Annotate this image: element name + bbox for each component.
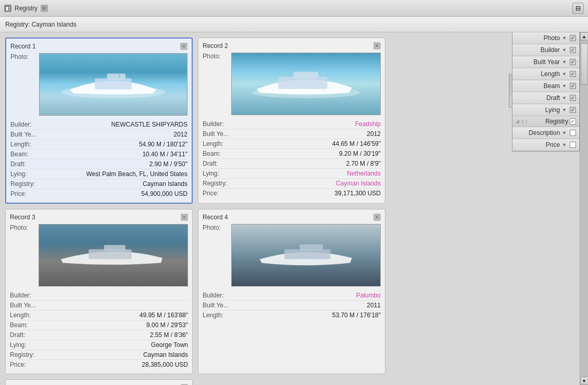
record-3-lying-label: Lying: [10,341,46,349]
record-1-photo-label: Photo: [10,53,39,60]
col-lying-check[interactable]: ✓ [570,107,576,113]
title-bar: ◧ Registry ✕ ⊟ [0,0,588,17]
record-1-builtyear-row: Built Ye... 2012 [10,130,187,140]
col-photo-arrow: ▼ [562,35,567,41]
col-builtyear-check[interactable]: ✓ [570,59,576,65]
record-card-1[interactable]: Record 1 ✕ Photo: Builder: NEWCASTL [5,38,193,204]
col-item-draft[interactable]: Draft ▼ ✓ [512,92,579,104]
record-3-photo-row: Photo: [10,224,188,287]
svg-rect-1 [95,78,132,89]
filter-icon: ⊿ [516,119,520,124]
record-2-price-value: 39,171,300 USD [334,190,381,197]
col-filter-check[interactable] [570,118,576,125]
svg-rect-8 [104,245,126,251]
record-3-builtyear-row: Built Ye... [10,301,188,311]
record-1-lying-label: Lying: [10,170,47,178]
col-builder-check[interactable]: ✓ [570,47,576,53]
col-item-lying[interactable]: Lying ▼ ✓ [512,104,579,116]
record-1-photo [39,53,187,116]
vertical-scrollbar[interactable]: ▲ ▼ [580,32,588,385]
title-bar-close-button[interactable]: ✕ [41,5,48,12]
scroll-track[interactable] [580,41,588,377]
title-bar-label: Registry [15,5,37,12]
record-1-close[interactable]: ✕ [180,43,187,50]
record-1-length-value: 54.90 M / 180'12" [139,141,187,148]
col-item-beam[interactable]: Beam ▼ ✓ [512,80,579,92]
col-item-builtyear[interactable]: Built Year ▼ ✓ [512,56,579,68]
col-filter-label: Registry [529,118,568,125]
col-item-photo[interactable]: Photo ▼ ✓ [512,32,579,44]
record-3-header: Record 3 ✕ [10,214,188,221]
title-bar-expand-button[interactable]: ⊟ [572,3,584,14]
record-card-5[interactable]: Record 5 ✕ Photo: EUPHORIA Builder: Trin… [5,379,193,385]
record-2-builtyear-row: Built Ye... 2012 [203,129,381,139]
record-2-price-row: Price: 39,171,300 USD [203,189,381,198]
record-2-length-value: 44.65 M / 146'59" [332,140,381,147]
col-builtyear-arrow: ▼ [562,59,567,65]
col-item-description[interactable]: Description ▼ [512,127,579,139]
scroll-thumb[interactable] [581,43,588,85]
record-3-photo-label: Photo: [10,224,39,231]
record-2-close[interactable]: ✕ [373,42,381,49]
record-1-registry-value: Cayman Islands [143,180,187,188]
record-1-length-row: Length: 54.90 M / 180'12" [10,140,187,150]
record-1-builtyear-value: 2012 [173,131,187,138]
record-3-price-row: Price: 28,385,000 USD [10,360,188,369]
record-4-builder-label: Builder: [203,292,239,299]
record-1-title: Record 1 [10,43,36,50]
record-1-photo-row: Photo: [10,53,187,116]
record-4-close[interactable]: ✕ [373,214,381,221]
col-item-builder[interactable]: Builder ▼ ✓ [512,44,579,56]
record-2-beam-label: Beam: [203,150,239,157]
col-filter-row[interactable]: ⊿ ↕ ↑ Registry [512,116,579,127]
record-1-length-label: Length: [10,141,47,148]
record-2-length-label: Length: [203,140,239,147]
record-3-draft-value: 2.55 M / 8'36" [150,331,188,339]
record-2-draft-label: Draft: [203,160,239,167]
record-3-length-row: Length: 49.95 M / 163'88" [10,311,188,320]
col-beam-check[interactable]: ✓ [570,83,576,89]
scroll-down-arrow[interactable]: ▼ [580,377,589,385]
col-item-price[interactable]: Price ▼ [512,139,579,151]
col-price-arrow: ▼ [562,142,567,147]
record-4-header: Record 4 ✕ [203,214,381,221]
col-price-check[interactable] [570,142,576,148]
yacht-2-svg [239,66,373,103]
record-3-close[interactable]: ✕ [181,214,188,221]
record-1-beam-label: Beam: [10,151,47,158]
record-2-lying-row: Lying: Netherlands [203,169,381,179]
record-2-photo [231,53,381,115]
col-beam-arrow: ▼ [562,83,567,89]
record-1-builtyear-label: Built Ye... [10,131,47,138]
record-2-title: Record 2 [203,42,228,49]
record-1-price-value: 54,900,000 USD [141,190,187,197]
col-length-check[interactable]: ✓ [570,71,576,77]
record-3-title: Record 3 [10,214,35,221]
col-description-check[interactable] [570,130,576,136]
record-2-builder-value: Feadship [355,120,381,128]
yacht-1-svg [47,66,180,103]
col-photo-check[interactable]: ✓ [570,35,576,41]
record-3-draft-label: Draft: [10,331,46,339]
record-2-lying-label: Lying: [203,170,239,177]
col-price-label: Price [546,141,560,148]
record-1-beam-value: 10.40 M / 34'11" [142,151,187,158]
col-item-length[interactable]: Length ▼ ✓ [512,68,579,80]
record-3-beam-row: Beam: 9.00 M / 29'53" [10,320,188,330]
col-length-arrow: ▼ [562,71,567,77]
svg-rect-10 [300,244,323,251]
col-photo-label: Photo [544,34,560,42]
scroll-up-arrow[interactable]: ▲ [580,32,589,41]
svg-rect-6 [294,71,318,78]
sort2-icon: ↑ [526,119,528,124]
record-card-4[interactable]: Record 4 ✕ Photo: Builder: Palumbo Buil [198,209,385,374]
record-card-3[interactable]: Record 3 ✕ Photo: Builder: Built Ye... [5,209,193,374]
col-draft-check[interactable]: ✓ [570,95,576,101]
record-3-lying-row: Lying: George Town [10,340,188,350]
record-card-2[interactable]: Record 2 ✕ Photo: Builder: Feadship [198,38,385,204]
col-lying-label: Lying [545,106,560,114]
record-2-beam-value: 9.20 M / 30'19" [339,150,381,157]
cards-area[interactable]: Record 1 ✕ Photo: Builder: NEWCASTL [0,32,580,385]
record-3-length-value: 49.95 M / 163'88" [140,312,188,319]
record-4-photo-label: Photo: [203,224,231,231]
